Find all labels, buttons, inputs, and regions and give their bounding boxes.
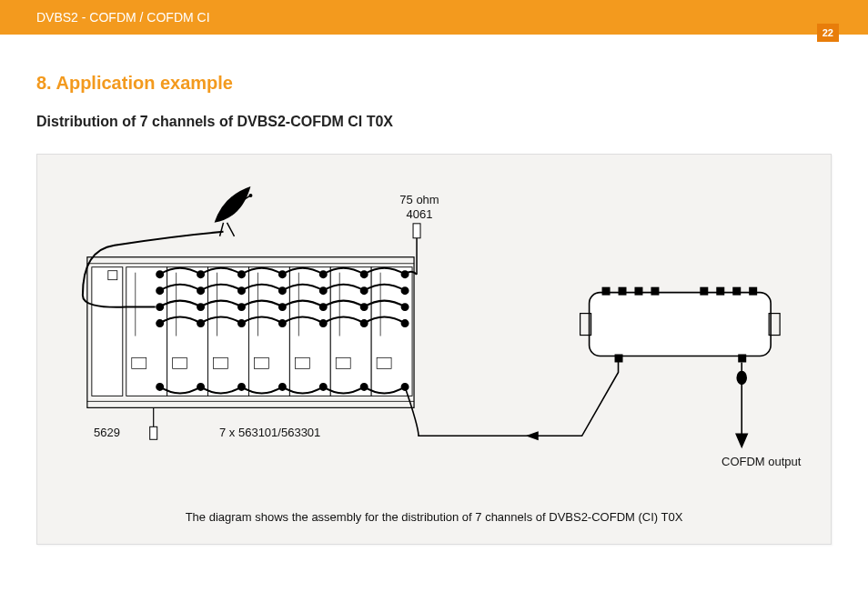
svg-point-63 — [197, 271, 204, 277]
svg-point-73 — [320, 287, 327, 294]
svg-rect-110 — [716, 287, 724, 296]
svg-point-94 — [320, 384, 327, 390]
amplifier-device — [580, 287, 780, 363]
svg-point-80 — [320, 304, 327, 310]
dish-icon — [215, 186, 253, 236]
svg-rect-60 — [377, 357, 391, 368]
svg-point-95 — [361, 384, 368, 390]
svg-rect-12 — [371, 267, 412, 396]
svg-point-67 — [361, 271, 368, 277]
rack-ground-connector — [150, 407, 157, 439]
svg-rect-106 — [619, 287, 627, 296]
svg-rect-114 — [738, 354, 746, 362]
svg-rect-111 — [732, 287, 741, 296]
svg-rect-9 — [248, 267, 289, 396]
svg-point-83 — [156, 320, 163, 326]
svg-point-81 — [361, 304, 368, 310]
svg-rect-108 — [651, 287, 659, 296]
svg-point-76 — [156, 304, 163, 310]
svg-point-82 — [402, 304, 409, 310]
svg-point-75 — [402, 287, 409, 294]
section-subtitle: Distribution of 7 channels of DVBS2-COFD… — [36, 114, 832, 130]
svg-rect-113 — [615, 354, 623, 362]
svg-rect-11 — [330, 267, 371, 396]
header-title: DVBS2 - COFDM / COFDM CI — [36, 10, 210, 25]
svg-point-71 — [238, 287, 245, 294]
svg-rect-53 — [336, 357, 350, 368]
page-content: 8. Application example Distribution of 7… — [0, 35, 868, 545]
svg-point-74 — [361, 287, 368, 294]
cofdm-output-arrow — [736, 362, 747, 446]
svg-point-65 — [279, 271, 286, 277]
svg-point-89 — [402, 320, 409, 326]
svg-point-64 — [238, 271, 245, 277]
svg-rect-8 — [208, 267, 249, 396]
page-header: DVBS2 - COFDM / COFDM CI — [0, 0, 868, 35]
output-cable — [405, 356, 618, 440]
svg-point-117 — [737, 371, 746, 384]
svg-point-70 — [197, 287, 204, 294]
svg-rect-32 — [214, 357, 228, 368]
svg-rect-7 — [167, 267, 208, 396]
svg-rect-98 — [413, 224, 420, 238]
svg-rect-25 — [173, 357, 187, 368]
diagram-container: 75 ohm 4061 5629 7 x 563101/563301 4512 … — [36, 154, 832, 545]
section-heading: 8. Application example — [36, 73, 832, 94]
svg-point-91 — [197, 384, 204, 390]
svg-point-87 — [320, 320, 327, 326]
svg-point-84 — [197, 320, 204, 326]
diagram-caption: The diagram shows the assembly for the d… — [37, 510, 831, 524]
svg-point-90 — [156, 384, 163, 390]
svg-point-69 — [156, 287, 163, 294]
svg-point-77 — [197, 304, 204, 310]
svg-rect-6 — [126, 267, 167, 396]
svg-point-72 — [279, 287, 286, 294]
svg-rect-4 — [92, 267, 123, 396]
svg-rect-109 — [700, 287, 708, 296]
svg-rect-107 — [634, 287, 642, 296]
psu-module — [92, 267, 123, 396]
svg-rect-39 — [254, 357, 268, 368]
svg-point-86 — [279, 320, 286, 326]
svg-point-92 — [238, 384, 245, 390]
svg-rect-102 — [590, 293, 772, 356]
diagram-svg — [37, 155, 831, 545]
svg-rect-100 — [150, 426, 157, 439]
svg-marker-116 — [736, 434, 747, 446]
svg-point-78 — [238, 304, 245, 310]
svg-point-85 — [238, 320, 245, 326]
svg-rect-10 — [289, 267, 330, 396]
svg-rect-112 — [749, 287, 757, 296]
svg-point-79 — [279, 304, 286, 310]
svg-point-88 — [361, 320, 368, 326]
svg-point-62 — [156, 271, 163, 277]
svg-point-66 — [320, 271, 327, 277]
svg-point-93 — [279, 384, 286, 390]
svg-marker-101 — [526, 431, 539, 440]
svg-rect-18 — [132, 357, 146, 368]
svg-point-0 — [248, 194, 252, 197]
svg-rect-46 — [295, 357, 309, 368]
svg-rect-105 — [602, 287, 611, 296]
